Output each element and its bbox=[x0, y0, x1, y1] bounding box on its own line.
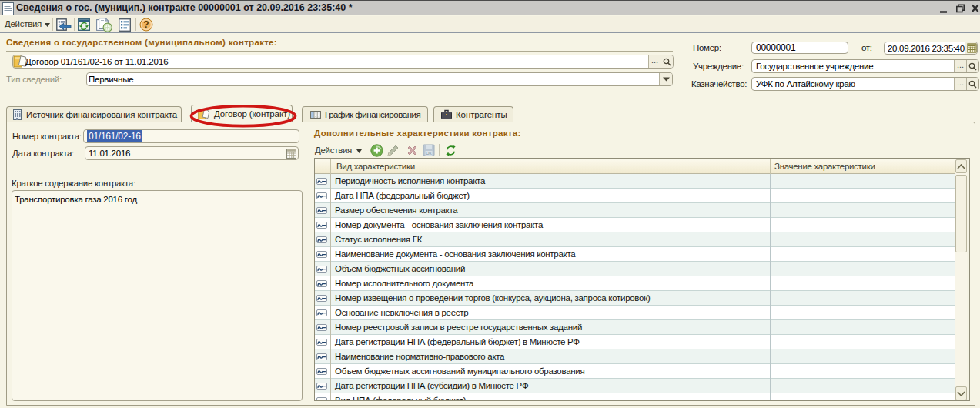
svg-text:?: ? bbox=[143, 19, 149, 30]
svg-text:ОК: ОК bbox=[426, 151, 432, 156]
